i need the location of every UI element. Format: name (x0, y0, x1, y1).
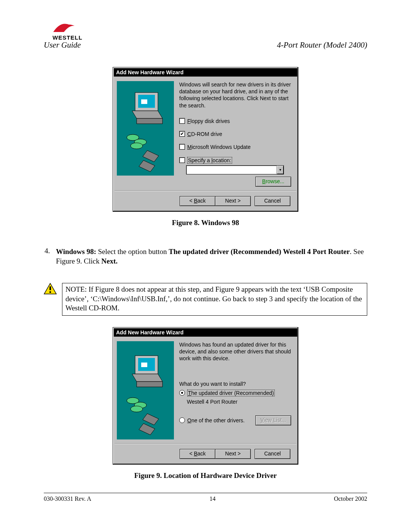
brand-logo: WESTELL (53, 22, 83, 41)
warning-icon (44, 283, 57, 296)
checkbox-icon (179, 118, 185, 124)
svg-marker-4 (132, 111, 162, 118)
step-text: Windows 98: Select the option button The… (56, 247, 366, 266)
checkbox-icon: ✔ (179, 131, 185, 137)
figure8-caption: Figure 8. Windows 98 (44, 219, 367, 227)
dialog1-intro: Windows will search for new drivers in i… (179, 81, 291, 109)
dialog1-button-row: < Back Next > Cancel (115, 190, 296, 210)
header-right: 4-Port Router (Model 2400) (277, 40, 367, 50)
footer-left: 030-300331 Rev. A (44, 495, 91, 502)
figure9-caption: Figure 9. Location of Hardware Device Dr… (44, 471, 367, 480)
svg-rect-12 (49, 286, 51, 290)
view-list-button[interactable]: View List... (255, 415, 291, 425)
location-input[interactable]: ▾ (186, 165, 284, 174)
radio-icon (179, 417, 185, 423)
dropdown-icon[interactable]: ▾ (276, 166, 284, 174)
checkbox-cdrom[interactable]: ✔ CD-ROM drive (179, 131, 291, 137)
next-button[interactable]: Next > (215, 449, 251, 459)
svg-point-22 (131, 406, 143, 412)
updated-driver-name: Westell 4 Port Router (187, 399, 291, 405)
svg-marker-19 (137, 382, 162, 387)
browse-button[interactable]: Browse... (255, 177, 291, 187)
radio-other-drivers[interactable]: One of the other drivers. (179, 417, 245, 423)
logo-swoosh-icon (53, 22, 75, 34)
svg-rect-17 (141, 363, 147, 367)
dialog2-titlebar: Add New Hardware Wizard (114, 328, 297, 337)
cancel-button[interactable]: Cancel (255, 196, 290, 206)
radio-icon (179, 390, 185, 396)
svg-point-8 (131, 143, 143, 149)
svg-marker-5 (137, 118, 162, 124)
dialog2-intro: Windows has found an updated driver for … (179, 341, 291, 362)
header-left: User Guide (44, 40, 81, 50)
wizard-illustration-2 (117, 341, 174, 439)
next-button[interactable]: Next > (215, 196, 251, 206)
page-header: User Guide 4-Port Router (Model 2400) (44, 40, 367, 50)
back-button[interactable]: < Back (180, 196, 215, 206)
note-text: NOTE: If Figure 8 does not appear at thi… (62, 283, 367, 316)
dialog-add-hardware-2: Add New Hardware Wizard Win (113, 327, 298, 465)
footer-center: 14 (210, 495, 216, 502)
dialog-add-hardware-1: Add New Hardware Wizard (113, 67, 298, 212)
dialog2-question: What do you want to install? (179, 380, 291, 387)
brand-name: WESTELL (53, 34, 83, 41)
wizard-illustration-1 (117, 81, 174, 176)
radio-updated-driver[interactable]: The updated driver (Recommended) (179, 390, 291, 396)
svg-rect-13 (49, 291, 51, 293)
page-footer: 030-300331 Rev. A 14 October 2002 (44, 495, 367, 502)
step-4: 4. Windows 98: Select the option button … (44, 247, 367, 266)
checkbox-specify-location[interactable]: Specify a location: (179, 157, 291, 164)
footer-rule (44, 493, 367, 493)
step-number: 4. (45, 247, 51, 266)
document-page: WESTELL User Guide 4-Port Router (Model … (0, 0, 411, 532)
dialog1-titlebar: Add New Hardware Wizard (114, 68, 297, 77)
checkbox-floppy[interactable]: Floppy disk drives (179, 118, 291, 124)
footer-right: October 2002 (334, 495, 367, 502)
checkbox-icon (179, 157, 185, 163)
dialog2-button-row: < Back Next > Cancel (115, 443, 296, 463)
svg-marker-18 (132, 374, 162, 382)
svg-rect-3 (141, 99, 147, 104)
cancel-button[interactable]: Cancel (255, 449, 290, 459)
checkbox-windows-update[interactable]: Microsoft Windows Update (179, 144, 291, 150)
back-button[interactable]: < Back (180, 449, 215, 459)
note-block: NOTE: If Figure 8 does not appear at thi… (44, 283, 367, 316)
checkbox-icon (179, 144, 185, 150)
